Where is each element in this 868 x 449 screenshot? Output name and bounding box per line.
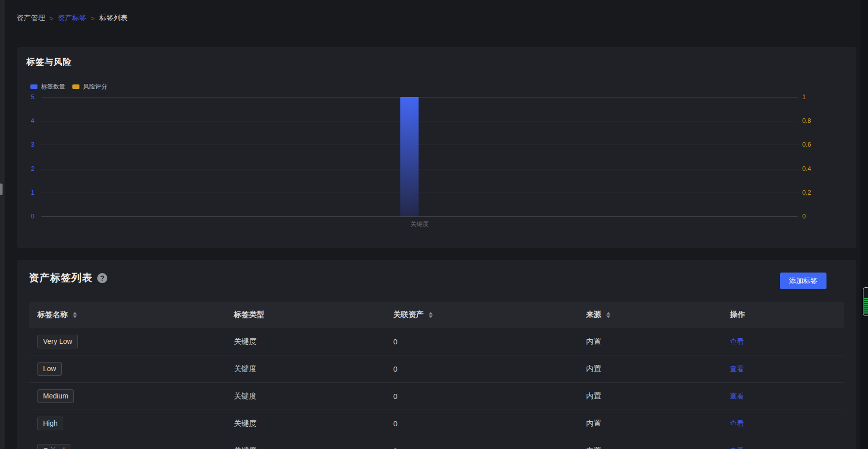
right-axis-tick: 0.2 — [802, 189, 811, 197]
page-scrollbar-thumb[interactable] — [863, 287, 868, 316]
tag-list-title: 资产标签列表 — [29, 271, 93, 285]
grid-line — [42, 121, 798, 121]
caret-up-icon — [73, 312, 77, 315]
column-header-label: 关联资产 — [393, 310, 424, 320]
grid-line — [42, 216, 798, 217]
column-header-关联资产[interactable]: 关联资产 — [385, 310, 578, 320]
breadcrumb-item-asset-management[interactable]: 资产管理 — [17, 14, 45, 23]
source-cell: 内置 — [578, 391, 722, 401]
grid-line — [42, 97, 798, 98]
left-axis-tick: 5 — [17, 93, 34, 101]
tag-chip: Critical — [37, 444, 70, 449]
tag-chip: Very Low — [37, 335, 78, 348]
breadcrumb-separator: > — [91, 15, 95, 22]
tag-type-cell: 关键度 — [226, 364, 385, 374]
breadcrumb: 资产管理 > 资产标签 > 标签列表 — [17, 14, 128, 23]
table-body: Very Low关键度0内置查看Low关键度0内置查看Medium关键度0内置查… — [29, 328, 844, 449]
tag-type-cell: 关键度 — [226, 446, 385, 449]
linked-assets-cell: 0 — [385, 446, 578, 449]
column-header-label: 操作 — [730, 310, 745, 320]
chart-card: 标签与风险 标签数量 风险评分 5140.830.620.410.200关键度 — [17, 47, 856, 248]
right-axis-tick: 0.6 — [802, 141, 811, 149]
tag-list-card: 资产标签列表 ? 添加标签 标签名称标签类型关联资产来源操作 Very Low关… — [17, 260, 856, 449]
table-row: Very Low关键度0内置查看 — [29, 328, 844, 355]
tag-type-cell: 关键度 — [226, 391, 385, 401]
x-axis-category-label: 关键度 — [389, 220, 450, 229]
breadcrumb-item-asset-tags[interactable]: 资产标签 — [58, 14, 87, 23]
tag-type-cell: 关键度 — [226, 419, 385, 428]
linked-assets-cell: 0 — [385, 392, 578, 400]
column-header-label: 标签名称 — [37, 310, 68, 320]
right-axis-tick: 0 — [802, 212, 806, 220]
tag-name-cell: Very Low — [29, 335, 226, 348]
sidebar-scroll-handle[interactable] — [0, 184, 3, 195]
right-axis-tick: 0.8 — [802, 117, 811, 125]
table-row: High关键度0内置查看 — [29, 410, 844, 437]
view-link[interactable]: 查看 — [730, 337, 744, 345]
page: { "breadcrumb": { "separator": ">", "ite… — [0, 0, 868, 449]
caret-down-icon — [73, 316, 77, 318]
right-axis-tick: 1 — [802, 93, 806, 101]
tag-chip: Medium — [37, 389, 74, 403]
table-row: Low关键度0内置查看 — [29, 355, 844, 382]
tag-list-header: 资产标签列表 ? — [29, 271, 107, 285]
source-cell: 内置 — [578, 419, 722, 428]
column-header-标签类型: 标签类型 — [226, 310, 385, 320]
source-cell: 内置 — [578, 446, 722, 449]
tag-chip: Low — [37, 362, 62, 376]
grid-line — [42, 169, 798, 169]
table-row: Medium关键度0内置查看 — [29, 382, 844, 410]
source-cell: 内置 — [578, 337, 722, 346]
source-cell: 内置 — [578, 364, 722, 374]
tag-name-cell: Low — [29, 362, 226, 376]
tag-name-cell: Critical — [29, 444, 226, 449]
column-header-标签名称[interactable]: 标签名称 — [29, 310, 226, 320]
grid-line — [42, 145, 798, 145]
table-row: Critical关键度0内置查看 — [29, 437, 844, 449]
add-tag-button[interactable]: 添加标签 — [780, 273, 826, 289]
column-header-label: 来源 — [586, 310, 601, 320]
left-axis-tick: 4 — [17, 117, 34, 125]
sort-icon[interactable] — [429, 312, 433, 318]
view-link[interactable]: 查看 — [730, 365, 744, 373]
tag-type-cell: 关键度 — [226, 337, 385, 346]
actions-cell: 查看 — [722, 391, 844, 401]
collapsed-sidebar-strip — [0, 0, 5, 449]
left-axis-tick: 2 — [17, 165, 34, 173]
table-header-row: 标签名称标签类型关联资产来源操作 — [29, 302, 844, 328]
column-header-来源[interactable]: 来源 — [578, 310, 722, 320]
caret-up-icon — [429, 312, 433, 315]
tag-name-cell: Medium — [29, 389, 226, 403]
help-icon[interactable]: ? — [97, 273, 107, 283]
actions-cell: 查看 — [722, 446, 844, 449]
caret-up-icon — [606, 312, 610, 315]
column-header-label: 标签类型 — [234, 310, 264, 320]
view-link[interactable]: 查看 — [730, 419, 744, 427]
grid-line — [42, 193, 798, 193]
tag-chip: High — [37, 417, 63, 430]
actions-cell: 查看 — [722, 337, 844, 346]
caret-down-icon — [606, 316, 610, 318]
actions-cell: 查看 — [722, 419, 844, 428]
right-axis-tick: 0.4 — [802, 165, 811, 173]
breadcrumb-item-tag-list: 标签列表 — [99, 14, 128, 23]
column-header-操作: 操作 — [722, 310, 844, 320]
tag-name-cell: High — [29, 417, 226, 430]
page-scrollbar-track[interactable] — [860, 0, 868, 449]
linked-assets-cell: 0 — [385, 365, 578, 373]
sort-icon[interactable] — [606, 312, 610, 318]
caret-down-icon — [429, 316, 433, 318]
breadcrumb-separator: > — [50, 15, 54, 22]
view-link[interactable]: 查看 — [730, 392, 744, 400]
view-link[interactable]: 查看 — [730, 446, 744, 449]
sort-icon[interactable] — [73, 312, 77, 318]
tag-table: 标签名称标签类型关联资产来源操作 Very Low关键度0内置查看Low关键度0… — [29, 302, 844, 449]
bar-chart-plot: 5140.830.620.410.200关键度 — [17, 47, 856, 248]
scrollbar-marker-icon — [864, 298, 868, 315]
left-axis-tick: 3 — [17, 141, 34, 149]
linked-assets-cell: 0 — [385, 419, 578, 428]
left-axis-tick: 0 — [17, 212, 34, 220]
linked-assets-cell: 0 — [385, 337, 578, 346]
actions-cell: 查看 — [722, 364, 844, 374]
left-axis-tick: 1 — [17, 189, 34, 197]
